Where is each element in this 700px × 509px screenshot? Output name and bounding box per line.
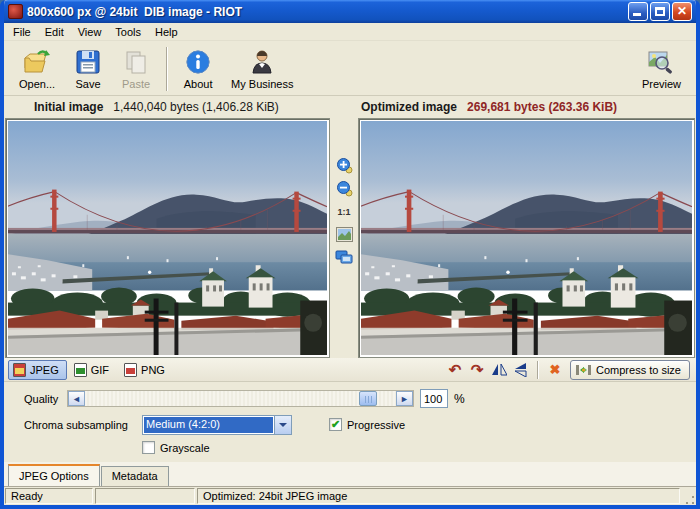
open-folder-icon <box>22 48 52 76</box>
tab-png[interactable]: PNG <box>119 360 173 380</box>
tab-png-label: PNG <box>141 364 165 376</box>
preview-magnifier-icon <box>646 48 676 76</box>
app-icon <box>8 4 23 19</box>
grayscale-label: Grayscale <box>160 442 210 454</box>
open-button[interactable]: Open... <box>10 44 64 94</box>
crop-button[interactable]: ✖ <box>544 360 566 380</box>
maximize-button[interactable] <box>650 2 670 21</box>
save-floppy-icon <box>73 48 103 76</box>
my-business-label: My Business <box>231 78 293 90</box>
paste-label: Paste <box>122 78 150 90</box>
paste-icon <box>121 48 151 76</box>
combo-dropdown-button[interactable] <box>274 416 291 434</box>
status-bar: Ready Optimized: 24bit JPEG image <box>4 487 696 505</box>
zoom-out-icon <box>336 180 353 197</box>
initial-image-label: Initial image <box>34 100 103 114</box>
status-empty-panel <box>95 488 195 504</box>
golden-gate-photo <box>8 121 327 355</box>
slider-track[interactable] <box>85 391 396 406</box>
zoom-out-button[interactable] <box>334 179 354 198</box>
format-tab-strip: JPEG GIF PNG ↶ ↷ ✖ <box>4 358 696 382</box>
progressive-label: Progressive <box>347 419 405 431</box>
open-label: Open... <box>19 78 55 90</box>
about-label: About <box>184 78 213 90</box>
jpeg-options-panel: Quality ◄ ► % Chroma subsampling Medium … <box>4 382 696 462</box>
compress-icon <box>576 363 591 377</box>
toolbar-separator <box>166 47 168 91</box>
preview-button[interactable]: Preview <box>633 44 690 94</box>
crop-icon: ✖ <box>550 362 561 377</box>
rotate-left-button[interactable]: ↶ <box>444 360 466 380</box>
paste-button[interactable]: Paste <box>112 44 160 94</box>
optimized-image-canvas[interactable] <box>358 118 695 358</box>
resize-grip[interactable] <box>682 488 694 504</box>
grayscale-checkbox-box[interactable] <box>142 441 155 454</box>
initial-image-canvas[interactable] <box>5 118 330 358</box>
menu-edit[interactable]: Edit <box>38 24 71 40</box>
menu-bar: File Edit View Tools Help <box>4 23 696 41</box>
minimize-button[interactable] <box>628 2 648 21</box>
chroma-subsampling-label: Chroma subsampling <box>24 419 128 431</box>
tab-gif[interactable]: GIF <box>69 360 117 380</box>
save-button[interactable]: Save <box>64 44 112 94</box>
options-tab-bar: JPEG Options Metadata <box>4 462 696 487</box>
tab-metadata[interactable]: Metadata <box>101 466 169 486</box>
save-label: Save <box>76 78 101 90</box>
chroma-subsampling-select[interactable]: Medium (4:2:0) <box>142 415 292 435</box>
person-icon <box>247 48 277 76</box>
preview-label: Preview <box>642 78 681 90</box>
slider-right-arrow[interactable]: ► <box>396 391 413 406</box>
compress-to-size-button[interactable]: Compress to size <box>570 360 690 380</box>
quality-label: Quality <box>24 393 58 405</box>
info-icon <box>183 48 213 76</box>
rotate-right-icon: ↷ <box>471 362 484 377</box>
dual-monitor-icon <box>335 250 353 266</box>
golden-gate-photo-optimized <box>361 121 692 355</box>
zoom-in-icon <box>336 157 353 174</box>
about-button[interactable]: About <box>174 44 222 94</box>
rotate-left-icon: ↶ <box>449 362 462 377</box>
progressive-checkbox-box[interactable]: ✔ <box>329 418 342 431</box>
zoom-in-button[interactable] <box>334 156 354 175</box>
optimized-image-size: 269,681 bytes (263.36 KiB) <box>467 100 617 114</box>
flip-horizontal-icon <box>492 363 507 376</box>
image-compare-area: 1:1 <box>4 118 696 358</box>
menu-help[interactable]: Help <box>148 24 185 40</box>
initial-image-size: 1,440,040 bytes (1,406.28 KiB) <box>113 100 278 114</box>
title-bar: 800x600 px @ 24bit DIB image - RIOT ✕ <box>4 0 696 23</box>
slider-left-arrow[interactable]: ◄ <box>68 391 85 406</box>
rotate-right-button[interactable]: ↷ <box>466 360 488 380</box>
progressive-checkbox[interactable]: ✔ Progressive <box>329 418 405 431</box>
slider-thumb[interactable] <box>359 391 377 406</box>
flip-vertical-icon <box>514 363 528 377</box>
window-title: 800x600 px @ 24bit DIB image - RIOT <box>27 5 628 19</box>
tab-jpeg[interactable]: JPEG <box>8 360 67 380</box>
chroma-selected-value: Medium (4:2:0) <box>144 417 273 433</box>
fit-image-button[interactable] <box>334 225 354 244</box>
dual-view-button[interactable] <box>334 248 354 267</box>
menu-view[interactable]: View <box>71 24 109 40</box>
percent-label: % <box>454 392 465 406</box>
quality-input[interactable] <box>420 389 448 408</box>
tab-gif-label: GIF <box>91 364 109 376</box>
close-button[interactable]: ✕ <box>672 2 692 21</box>
optimized-image-label: Optimized image <box>361 100 457 114</box>
main-toolbar: Open... Save Pas <box>4 41 696 96</box>
status-message: Optimized: 24bit JPEG image <box>197 488 680 504</box>
flip-vertical-button[interactable] <box>510 360 532 380</box>
one-to-one-label: 1:1 <box>337 207 350 217</box>
jpeg-file-icon <box>13 363 26 377</box>
compare-labels: Initial image 1,440,040 bytes (1,406.28 … <box>4 96 696 118</box>
flip-horizontal-button[interactable] <box>488 360 510 380</box>
menu-file[interactable]: File <box>6 24 38 40</box>
grayscale-checkbox[interactable]: Grayscale <box>142 441 210 454</box>
riot-window: 800x600 px @ 24bit DIB image - RIOT ✕ Fi… <box>0 0 700 509</box>
check-icon: ✔ <box>331 419 340 430</box>
quality-slider[interactable]: ◄ ► <box>67 390 414 407</box>
my-business-button[interactable]: My Business <box>222 44 302 94</box>
status-ready: Ready <box>5 488 93 504</box>
actual-size-button[interactable]: 1:1 <box>334 202 354 221</box>
menu-tools[interactable]: Tools <box>108 24 148 40</box>
tab-jpeg-options[interactable]: JPEG Options <box>8 464 100 486</box>
gif-file-icon <box>74 363 87 377</box>
